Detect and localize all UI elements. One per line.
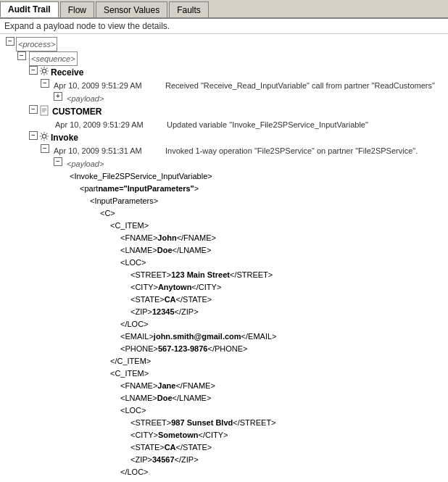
xml-line: <Invoke_File2SPService_InputVariable> [6, 170, 445, 183]
tab-faults[interactable]: Faults [169, 1, 209, 17]
xml-line: <STATE>CA</STATE> [6, 294, 445, 306]
receive-log-message: Received "Receive_Read_InputVariable" ca… [165, 79, 435, 92]
xml-line: <InputParameters> [6, 195, 445, 207]
xml-line: <STATE>CA</STATE> [6, 441, 445, 454]
xml-line: </C_ITEM> [6, 355, 445, 367]
invoke-expander[interactable]: − [29, 131, 38, 140]
sequence-row: − <sequence> [3, 51, 445, 66]
customer-expander[interactable]: − [29, 105, 38, 114]
xml-line: </LOC> [6, 318, 445, 331]
invoke-payload-expander[interactable]: − [54, 157, 62, 166]
receive-timestamp: Apr 10, 2009 9:51:29 AM [54, 79, 162, 92]
invoke-row: − Invoke [3, 131, 445, 144]
receive-icon [39, 66, 49, 76]
xml-line: <EMAIL>john.smith@gmail.com</EMAIL> [6, 331, 445, 343]
svg-point-0 [42, 69, 46, 72]
tab-bar: Audit Trail Flow Sensor Values Faults [0, 0, 448, 19]
xml-line: <CITY>Anytown</CITY> [6, 281, 445, 294]
process-row: − <process> [3, 37, 445, 51]
tab-flow[interactable]: Flow [60, 1, 94, 17]
info-bar: Expand a payload node to view the detail… [0, 19, 448, 34]
xml-payload: <Invoke_File2SPService_InputVariable><pa… [3, 170, 445, 481]
sequence-expander[interactable]: − [17, 51, 26, 60]
xml-line: <LOC> [6, 404, 445, 417]
customer-icon [39, 105, 51, 117]
receive-row: − Receive [3, 66, 445, 79]
xml-line: <C_ITEM> [6, 220, 445, 232]
receive-payload-row: + <payload> [3, 92, 445, 105]
xml-line: <partname="InputParameters"> [6, 183, 445, 195]
xml-line: <C_ITEM> [6, 367, 445, 380]
invoke-label: Invoke [51, 131, 78, 144]
receive-label: Receive [51, 66, 83, 79]
customer-log-row: Apr 10, 2009 9:51:29 AM Updated variable… [3, 118, 445, 131]
invoke-log-message: Invoked 1-way operation "File2SPService"… [165, 144, 418, 157]
invoke-log-row: − Apr 10, 2009 9:51:31 AM Invoked 1-way … [3, 144, 445, 157]
xml-line: </LOC> [6, 466, 445, 478]
invoke-payload-row: − <payload> [3, 157, 445, 170]
sequence-tag: <sequence> [29, 51, 78, 66]
xml-line: <ZIP>34567</ZIP> [6, 454, 445, 466]
receive-log-expander[interactable]: − [41, 79, 49, 88]
xml-line: <STREET>123 Main Street</STREET> [6, 269, 445, 281]
process-expander[interactable]: − [6, 37, 14, 46]
info-text: Expand a payload node to view the detail… [4, 21, 170, 31]
xml-line: <LOC> [6, 257, 445, 269]
process-tag: <process> [16, 37, 57, 51]
xml-line: <LNAME>Doe</LNAME> [6, 244, 445, 257]
invoke-timestamp: Apr 10, 2009 9:51:31 AM [54, 144, 162, 157]
xml-line: <CITY>Sometown</CITY> [6, 429, 445, 441]
receive-payload-tag: <payload> [67, 92, 104, 105]
customer-row: − CUSTOMER [3, 105, 445, 118]
invoke-icon [39, 131, 49, 141]
customer-label: CUSTOMER [52, 105, 101, 118]
receive-payload-expander[interactable]: + [54, 92, 62, 101]
svg-point-5 [42, 134, 46, 138]
xml-line: <FNAME>John</FNAME> [6, 232, 445, 244]
invoke-payload-tag: <payload> [67, 157, 104, 170]
xml-line: <PHONE>567-123-9876</PHONE> [6, 343, 445, 355]
xml-line: <EMAIL>JaneDoe@yahoo.com</EMAIL> [6, 478, 445, 481]
xml-line: <C> [6, 207, 445, 220]
main-content: − <process> − <sequence> − Receive − Apr… [0, 34, 448, 481]
receive-expander[interactable]: − [29, 66, 38, 75]
xml-line: <STREET>987 Sunset Blvd</STREET> [6, 417, 445, 429]
customer-timestamp: Apr 10, 2009 9:51:29 AM [55, 118, 164, 131]
customer-log-message: Updated variable "Invoke_File2SPService_… [167, 118, 368, 131]
xml-line: <ZIP>12345</ZIP> [6, 306, 445, 318]
xml-line: <FNAME>Jane</FNAME> [6, 380, 445, 392]
xml-line: <LNAME>Doe</LNAME> [6, 392, 445, 404]
invoke-log-expander[interactable]: − [41, 144, 49, 153]
tab-sensor-values[interactable]: Sensor Values [96, 1, 167, 17]
tab-audit-trail[interactable]: Audit Trail [0, 1, 59, 17]
receive-log-row: − Apr 10, 2009 9:51:29 AM Received "Rece… [3, 79, 445, 92]
